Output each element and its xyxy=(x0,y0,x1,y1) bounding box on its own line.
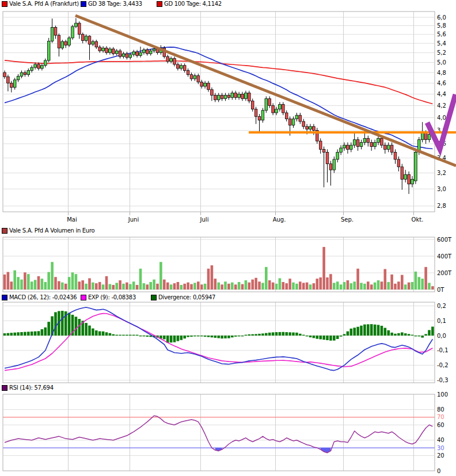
macd-histogram-bar xyxy=(27,332,30,336)
candle xyxy=(119,51,121,56)
candle xyxy=(360,142,363,146)
y-axis-label: 3,0 xyxy=(437,186,446,192)
volume-bar xyxy=(197,281,200,290)
y-axis-label: -0,2 xyxy=(437,362,449,368)
macd-histogram-bar xyxy=(126,335,128,336)
candle xyxy=(302,121,305,127)
candle xyxy=(275,109,278,113)
macd-histogram-bar xyxy=(285,332,288,336)
stock-chart-page: { "title": "Vale S.A. Pfd A (Frankfurt)"… xyxy=(0,0,456,476)
volume-bar xyxy=(394,284,397,290)
candle xyxy=(285,113,288,119)
macd-histogram-bar xyxy=(370,324,373,336)
volume-bar xyxy=(356,269,359,290)
macd-histogram-bar xyxy=(95,330,98,336)
candle xyxy=(64,41,67,45)
candle xyxy=(288,119,291,125)
candle xyxy=(390,145,393,152)
volume-bar xyxy=(227,284,230,290)
candle xyxy=(7,77,10,83)
macd-histogram-bar xyxy=(224,336,227,338)
macd-histogram-bar xyxy=(322,336,325,340)
volume-legend: Vale S.A. Pfd A Volumen in Euro xyxy=(0,227,456,235)
macd-histogram-bar xyxy=(241,336,244,336)
candle xyxy=(24,73,26,75)
candle xyxy=(47,41,50,60)
rsi-panel: 1008070604030200 xyxy=(3,391,448,474)
macd-histogram-bar xyxy=(408,334,411,336)
volume-bar xyxy=(424,267,427,290)
volume-bar xyxy=(51,262,54,290)
volume-bar xyxy=(282,282,285,290)
macd-histogram-bar xyxy=(139,336,142,336)
candle xyxy=(166,56,169,61)
macd-histogram-bar xyxy=(258,334,261,336)
macd-legend-swatch xyxy=(81,295,86,300)
candle xyxy=(424,133,427,140)
volume-bar xyxy=(126,283,128,290)
candle xyxy=(61,41,64,48)
x-axis-label: Mai xyxy=(67,216,77,223)
macd-histogram-bar xyxy=(411,335,414,336)
macd-histogram-bar xyxy=(272,332,275,336)
price-legend: Vale S.A. Pfd A (Frankfurt)GD 38 Tage: 3… xyxy=(0,1,456,8)
candle xyxy=(428,134,431,139)
macd-histogram-bar xyxy=(418,336,421,336)
candle xyxy=(408,174,411,184)
volume-bar xyxy=(268,280,271,290)
volume-bar xyxy=(31,281,33,290)
macd-histogram-bar xyxy=(92,329,94,336)
candle xyxy=(153,49,155,51)
macd-histogram-bar xyxy=(279,332,282,336)
y-axis-label: 3,2 xyxy=(437,170,446,176)
candle xyxy=(401,167,404,180)
candle xyxy=(353,140,356,146)
macd-histogram-bar xyxy=(193,336,196,336)
candle xyxy=(27,70,30,74)
volume-bar xyxy=(88,278,91,290)
macd-histogram-bar xyxy=(390,333,393,336)
x-axis-label: Okt. xyxy=(412,216,424,223)
macd-histogram-bar xyxy=(347,332,349,336)
candle xyxy=(350,145,353,149)
candle xyxy=(326,152,329,163)
macd-histogram-bar xyxy=(329,336,332,341)
macd-histogram-bar xyxy=(254,334,257,336)
volume-bar xyxy=(204,284,207,290)
macd-histogram-bar xyxy=(88,326,91,336)
candle xyxy=(370,142,373,146)
macd-histogram-bar xyxy=(112,334,115,336)
y-axis-label: 4,0 xyxy=(437,115,446,121)
candle xyxy=(363,138,366,142)
macd-histogram-bar xyxy=(309,336,312,337)
macd-panel: 0,20,10,0-0,1-0,2-0,3 xyxy=(3,302,449,383)
volume-bar xyxy=(75,274,78,290)
macd-histogram-bar xyxy=(13,333,16,336)
candle xyxy=(231,93,234,98)
volume-bar xyxy=(170,284,173,290)
candle xyxy=(20,73,23,76)
y-axis-label: 0,1 xyxy=(437,318,446,324)
y-axis-label: 5,4 xyxy=(437,40,446,47)
volume-bar xyxy=(163,280,166,290)
candle xyxy=(211,90,214,96)
volume-bar xyxy=(47,272,50,290)
candle xyxy=(10,83,13,87)
volume-bar xyxy=(10,281,13,290)
macd-histogram-bar xyxy=(381,326,383,336)
candle xyxy=(336,152,339,159)
macd-histogram-bar xyxy=(37,331,40,336)
candle xyxy=(31,67,33,70)
macd-histogram-bar xyxy=(319,336,322,339)
volume-bar xyxy=(105,276,108,290)
volume-bar xyxy=(234,284,237,290)
macd-histogram-bar xyxy=(415,336,417,336)
y-axis-label: 2,8 xyxy=(437,203,446,209)
candle xyxy=(347,145,349,149)
candle xyxy=(238,94,241,97)
volume-bar xyxy=(136,285,139,290)
volume-legend-swatch xyxy=(2,228,7,234)
candle xyxy=(381,138,383,145)
volume-bar xyxy=(377,280,380,290)
macd-histogram-bar xyxy=(7,333,10,336)
